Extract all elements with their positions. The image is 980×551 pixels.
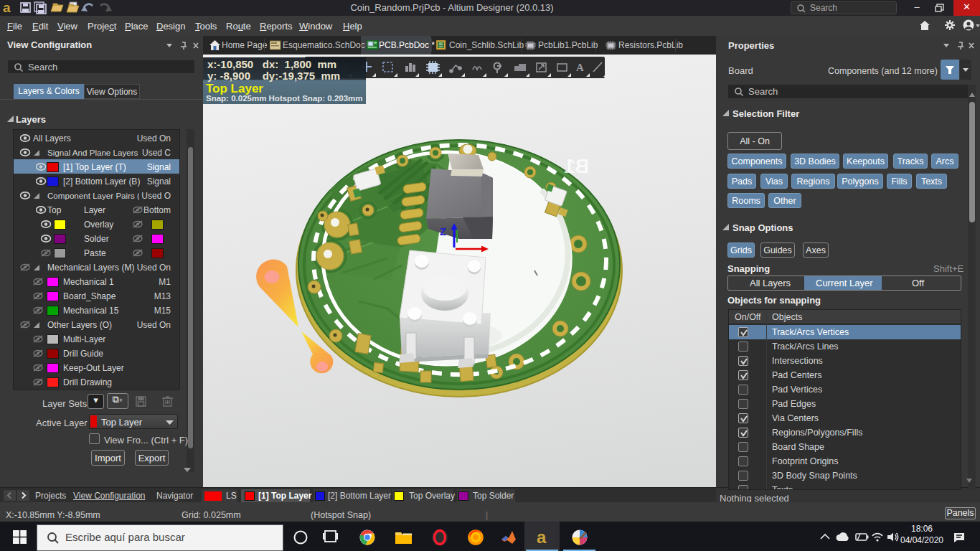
svg-text:Z: Z (440, 225, 446, 237)
svg-text:B1: B1 (564, 156, 589, 177)
svg-text:a: a (3, 0, 11, 15)
